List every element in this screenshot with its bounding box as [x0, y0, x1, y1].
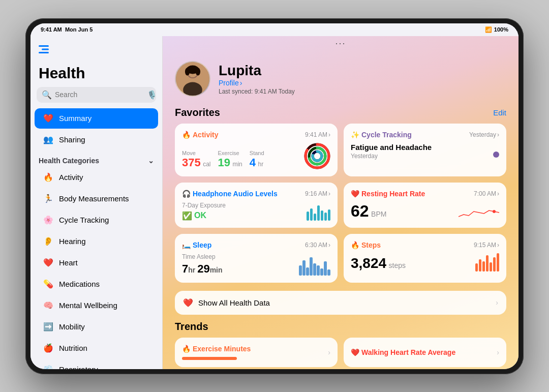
- main-area: ···: [163, 36, 518, 369]
- search-input[interactable]: [55, 91, 144, 99]
- mental-wellbeing-icon: 🧠: [43, 300, 54, 311]
- steps-card-body: 3,824 steps: [351, 253, 499, 272]
- checkmark-icon: ✅: [182, 211, 192, 221]
- cards-grid: 🔥 Activity 9:41 AM › Move: [163, 124, 518, 289]
- sidebar-item-body-measurements[interactable]: 🏃 Body Measurements: [35, 189, 158, 209]
- nutrition-icon: 🍎: [43, 343, 54, 354]
- headphone-card-time: 9:16 AM ›: [305, 190, 330, 197]
- headphone-status: 7-Day Exposure ✅ OK: [182, 202, 226, 221]
- steps-bar: [475, 263, 478, 272]
- move-unit: cal: [203, 161, 210, 168]
- sleep-card-header: 🛏️ Sleep 6:30 AM ›: [182, 241, 330, 249]
- exercise-metric: Exercise 19 min: [218, 150, 242, 169]
- chevron-down-icon[interactable]: ⌄: [148, 157, 154, 165]
- cycle-card-body: Fatigue and Headache Yesterday: [351, 143, 499, 160]
- favorites-title: Favorites: [175, 107, 220, 118]
- sidebar-item-sharing[interactable]: 👥 Sharing: [35, 130, 158, 150]
- sidebar-item-mobility[interactable]: ➡️ Mobility: [35, 317, 158, 337]
- trends-title: Trends: [175, 321, 506, 333]
- activity-icon: 🔥: [43, 172, 54, 183]
- sidebar-toggle-icon[interactable]: [39, 44, 53, 54]
- three-dots-menu[interactable]: ···: [163, 36, 518, 51]
- cycle-card-header: ✨ Cycle Tracking Yesterday ›: [351, 131, 499, 139]
- sidebar-item-cycle-tracking[interactable]: 🌸 Cycle Tracking: [35, 210, 158, 230]
- activity-metrics: Move 375 cal Exercise 19: [182, 150, 264, 169]
- respiratory-icon: 💨: [43, 364, 54, 369]
- stand-unit: hr: [258, 161, 264, 168]
- audio-bar-chart: [307, 202, 330, 221]
- trend-exercise-card[interactable]: 🔥 Exercise Minutes ›: [175, 338, 338, 367]
- search-bar[interactable]: 🔍 🎙️: [37, 87, 156, 103]
- trends-section: Trends 🔥 Exercise Minutes ›: [163, 321, 518, 369]
- trends-grid: 🔥 Exercise Minutes › ❤️: [175, 338, 506, 367]
- sleep-card[interactable]: 🛏️ Sleep 6:30 AM › Time Asleep: [175, 234, 338, 283]
- move-metric: Move 375 cal: [182, 150, 211, 169]
- activity-card[interactable]: 🔥 Activity 9:41 AM › Move: [175, 124, 338, 176]
- chevron-right-icon: ›: [497, 190, 499, 197]
- sidebar-item-heart[interactable]: ❤️ Heart: [35, 253, 158, 273]
- sleep-bar: [313, 263, 316, 276]
- sleep-time-value: 7hr 29min: [182, 262, 223, 276]
- sleep-bar: [317, 265, 320, 276]
- trend-exercise-label: 🔥 Exercise Minutes: [182, 345, 251, 360]
- sidebar-item-medications[interactable]: 💊 Medications: [35, 274, 158, 294]
- microphone-icon[interactable]: 🎙️: [147, 90, 157, 100]
- heart-rate-value: 62: [351, 202, 369, 220]
- cycle-tracking-card[interactable]: ✨ Cycle Tracking Yesterday › Fatigue and…: [344, 124, 506, 176]
- chevron-right-icon: ›: [328, 242, 330, 249]
- status-time: 9:41 AM Mon Jun 5: [41, 26, 93, 33]
- heart-small-icon: ❤️: [183, 298, 193, 308]
- sidebar-item-activity[interactable]: 🔥 Activity: [35, 167, 158, 188]
- headphone-card-title: 🎧 Headphone Audio Levels: [182, 190, 278, 198]
- cycle-tracking-icon: 🌸: [43, 215, 54, 226]
- audio-bar: [317, 205, 320, 221]
- steps-unit: steps: [389, 261, 406, 269]
- show-all-row[interactable]: ❤️ Show All Health Data ›: [175, 291, 506, 315]
- audio-bar: [310, 208, 313, 221]
- ok-badge: ✅ OK: [182, 211, 226, 221]
- ipad-frame: 9:41 AM Mon Jun 5 📶 100%: [25, 18, 524, 374]
- steps-bar: [486, 255, 489, 272]
- sidebar-item-mental-wellbeing[interactable]: 🧠 Mental Wellbeing: [35, 295, 158, 316]
- steps-bar: [479, 259, 481, 272]
- search-icon: 🔍: [42, 90, 52, 100]
- main-content: Health 🔍 🎙️ ❤️ Summary 👥 Sharing: [30, 36, 518, 369]
- steps-bar: [493, 257, 496, 272]
- sidebar-item-summary[interactable]: ❤️ Summary: [35, 108, 158, 129]
- headphone-card-header: 🎧 Headphone Audio Levels 9:16 AM ›: [182, 190, 330, 198]
- edit-button[interactable]: Edit: [493, 108, 506, 117]
- heart-rate-card[interactable]: ❤️ Resting Heart Rate 7:00 AM › 62: [344, 183, 506, 228]
- chevron-right-icon: ›: [328, 131, 330, 138]
- steps-card-title: 🔥 Steps: [351, 241, 381, 249]
- sidebar-item-respiratory[interactable]: 💨 Respiratory: [35, 359, 158, 369]
- audio-bar: [324, 213, 327, 221]
- avatar[interactable]: [175, 61, 210, 97]
- chevron-right-icon: ›: [496, 298, 498, 307]
- sleep-bar: [327, 269, 330, 276]
- profile-section: Lupita Profile › Last synced: 9:41 AM To…: [163, 51, 518, 105]
- headphone-card[interactable]: 🎧 Headphone Audio Levels 9:16 AM › 7-Day…: [175, 183, 338, 228]
- steps-value: 3,824: [351, 255, 386, 271]
- steps-chart: [475, 253, 499, 272]
- audio-bar: [307, 212, 309, 221]
- steps-card[interactable]: 🔥 Steps 9:15 AM › 3,824 steps: [344, 234, 506, 283]
- svg-point-9: [196, 68, 200, 75]
- svg-point-16: [493, 210, 496, 213]
- chevron-right-icon: ›: [328, 190, 330, 197]
- heart-icon: ❤️: [43, 257, 54, 268]
- trend-heart-label: ❤️ Walking Heart Rate Average: [351, 348, 455, 356]
- headphone-card-body: 7-Day Exposure ✅ OK: [182, 202, 330, 221]
- heart-rate-card-header: ❤️ Resting Heart Rate 7:00 AM ›: [351, 190, 499, 198]
- sidebar-item-nutrition[interactable]: 🍎 Nutrition: [35, 338, 158, 358]
- sleep-bar: [299, 265, 302, 276]
- heart-rate-card-time: 7:00 AM ›: [474, 190, 499, 197]
- trend-heart-rate-card[interactable]: ❤️ Walking Heart Rate Average ›: [344, 338, 506, 367]
- profile-link[interactable]: Profile ›: [219, 79, 295, 87]
- svg-rect-2: [39, 52, 49, 53]
- ipad-screen: 9:41 AM Mon Jun 5 📶 100%: [30, 23, 518, 369]
- activity-card-body: Move 375 cal Exercise 19: [182, 143, 330, 169]
- trend-flame-icon: 🔥: [182, 345, 191, 353]
- sidebar-item-hearing[interactable]: 👂 Hearing: [35, 231, 158, 252]
- steps-value-container: 3,824 steps: [351, 255, 406, 272]
- svg-rect-0: [39, 45, 49, 47]
